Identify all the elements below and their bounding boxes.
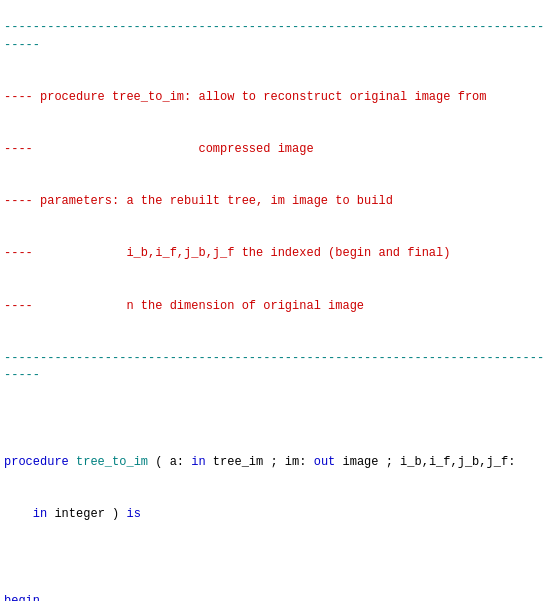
comment-line-3: ---- parameters: a the rebuilt tree, im … xyxy=(4,194,393,208)
comment-line-1: ---- procedure tree_to_im: allow to reco… xyxy=(4,90,486,104)
keyword-procedure: procedure xyxy=(4,455,69,469)
keyword-is: is xyxy=(126,507,140,521)
divider-bottom: ----------------------------------------… xyxy=(4,351,544,382)
proc-params-1: ( a: xyxy=(148,455,191,469)
keyword-in2: in xyxy=(33,507,47,521)
proc-params-5: integer ) xyxy=(47,507,126,521)
comment-line-2: ---- compressed image xyxy=(4,142,314,156)
code-block: ----------------------------------------… xyxy=(0,0,551,601)
keyword-out: out xyxy=(314,455,336,469)
proc-params-4 xyxy=(4,507,33,521)
comment-line-5: ---- n the dimension of original image xyxy=(4,299,364,313)
proc-params-3: image ; i_b,i_f,j_b,j_f: xyxy=(335,455,515,469)
keyword-begin: begin xyxy=(4,594,40,601)
proc-params-2: tree_im ; im: xyxy=(206,455,314,469)
comment-line-4: ---- i_b,i_f,j_b,j_f the indexed (begin … xyxy=(4,246,450,260)
keyword-in: in xyxy=(191,455,205,469)
divider-top: ----------------------------------------… xyxy=(4,20,544,51)
proc-name: tree_to_im xyxy=(76,455,148,469)
